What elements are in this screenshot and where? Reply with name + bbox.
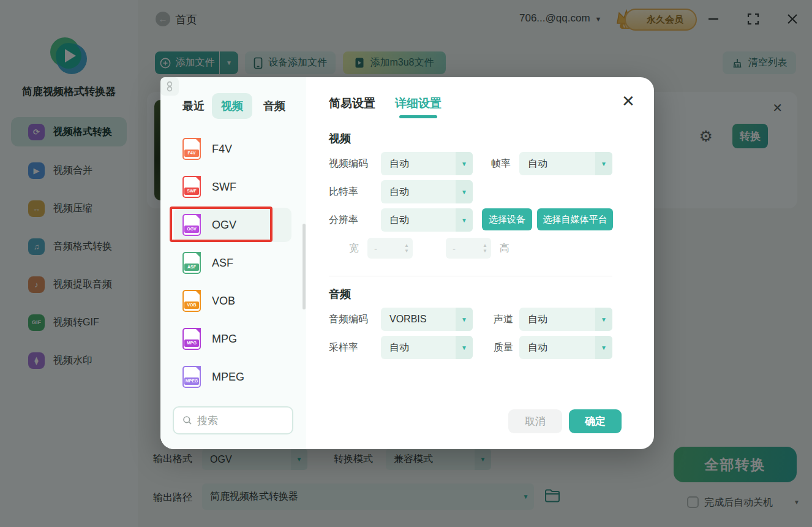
aspect-link-icon[interactable] [160, 77, 179, 96]
stepper-arrows-icon[interactable]: ▲▼ [400, 243, 413, 254]
format-item-f4v[interactable]: F4V F4V [182, 130, 232, 168]
video-codec-label: 视频编码 [329, 152, 368, 175]
file-type-icon: ASF [182, 252, 201, 274]
width-stepper[interactable]: - ▲▼ [367, 238, 413, 259]
width-label: 宽 [349, 237, 359, 260]
caret-down-icon: ▼ [456, 152, 473, 175]
audio-codec-select[interactable]: VORBIS ▼ [381, 308, 473, 331]
format-item-asf[interactable]: ASF ASF [182, 244, 233, 282]
height-stepper[interactable]: - ▲▼ [446, 238, 491, 259]
format-item-mpeg[interactable]: MPEG MPEG [182, 358, 244, 396]
select-device-button[interactable]: 选择设备 [482, 208, 532, 230]
caret-down-icon: ▼ [595, 152, 612, 175]
fps-label: 帧率 [491, 152, 511, 175]
audio-section-heading: 音频 [329, 287, 351, 301]
select-platform-button[interactable]: 选择自媒体平台 [537, 208, 613, 230]
sample-rate-select[interactable]: 自动 ▼ [381, 336, 473, 359]
format-item-mpg[interactable]: MPG MPG [182, 320, 237, 358]
ok-button[interactable]: 确定 [569, 409, 622, 433]
format-list-panel: 最近 视频 音频 F4V F4V SWF SWF OGV OGV [160, 77, 306, 449]
quality-label: 质量 [494, 336, 513, 359]
active-tab-underline [399, 115, 437, 118]
search-placeholder: 搜索 [197, 414, 218, 428]
tab-simple-settings[interactable]: 简易设置 [329, 96, 375, 112]
tab-detail-settings[interactable]: 详细设置 [395, 96, 442, 112]
sample-rate-label: 采样率 [329, 336, 358, 359]
caret-down-icon: ▼ [456, 308, 473, 331]
video-section-heading: 视频 [329, 131, 351, 146]
format-settings-dialog: 最近 视频 音频 F4V F4V SWF SWF OGV OGV [160, 77, 654, 449]
format-item-vob[interactable]: VOB VOB [182, 282, 235, 320]
fps-select[interactable]: 自动 ▼ [519, 152, 612, 175]
file-type-icon: F4V [182, 138, 201, 160]
format-search-input[interactable]: 搜索 [173, 406, 293, 434]
quality-select[interactable]: 自动 ▼ [519, 336, 612, 359]
bitrate-label: 比特率 [329, 180, 358, 203]
resolution-label: 分辨率 [329, 208, 358, 232]
file-type-icon: MPEG [182, 366, 201, 388]
tab-recent[interactable]: 最近 [178, 93, 209, 119]
cancel-button[interactable]: 取消 [508, 409, 562, 433]
channel-select[interactable]: 自动 ▼ [519, 308, 612, 331]
file-type-icon: VOB [182, 290, 201, 312]
caret-down-icon: ▼ [595, 336, 612, 359]
file-type-icon: SWF [182, 176, 201, 198]
format-item-ogv[interactable]: OGV OGV [182, 206, 236, 244]
resolution-select[interactable]: 自动 ▼ [381, 208, 473, 232]
tab-video[interactable]: 视频 [212, 93, 252, 119]
bitrate-select[interactable]: 自动 ▼ [381, 180, 473, 203]
channel-label: 声道 [494, 308, 513, 331]
file-type-icon: OGV [182, 214, 201, 236]
tab-audio[interactable]: 音频 [258, 93, 290, 119]
file-type-icon: MPG [182, 328, 201, 350]
caret-down-icon: ▼ [595, 308, 612, 331]
app-window: 简鹿视频格式转换器 ⟳ 视频格式转换 ▶ 视频合并 ↔ 视频压缩 ♫ 音频格式转… [0, 0, 812, 527]
section-divider [329, 276, 612, 276]
video-codec-select[interactable]: 自动 ▼ [381, 152, 473, 175]
caret-down-icon: ▼ [456, 208, 473, 232]
format-list-scrollbar[interactable] [303, 224, 306, 309]
caret-down-icon: ▼ [456, 336, 473, 359]
format-item-swf[interactable]: SWF SWF [182, 168, 236, 206]
search-icon [182, 415, 192, 425]
stepper-arrows-icon[interactable]: ▲▼ [479, 243, 491, 254]
height-label: 高 [500, 237, 509, 260]
dialog-close-icon[interactable]: ✕ [622, 92, 635, 111]
caret-down-icon: ▼ [456, 180, 473, 203]
audio-codec-label: 音频编码 [329, 308, 368, 331]
